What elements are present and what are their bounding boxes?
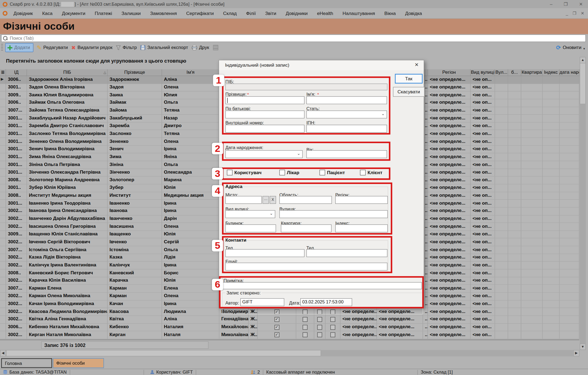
vertical-scrollbar[interactable]: ▲ ▼	[580, 57, 586, 350]
checkbox-unchecked-icon[interactable]	[330, 333, 335, 337]
menu-item-Документи[interactable]: Документи	[62, 11, 85, 16]
table-cell	[543, 177, 559, 184]
dialog-close-icon[interactable]: ✕	[413, 62, 421, 69]
table-cell: Задорожнюк	[108, 76, 162, 84]
add-button[interactable]: Додати	[5, 43, 33, 52]
add-button-label: Додати	[14, 45, 30, 50]
menu-item-Довідник[interactable]: Довідник	[14, 11, 33, 16]
checkbox-unchecked-icon[interactable]	[303, 325, 307, 330]
table-cell	[296, 324, 314, 331]
table-cell	[495, 76, 508, 84]
menu-item-Каса[interactable]: Каса	[42, 11, 53, 16]
scroll-left-icon[interactable]: ◀	[0, 350, 6, 356]
table-cell	[543, 76, 559, 84]
table-cell: <не определе...	[428, 223, 471, 231]
table-cell: Аліна	[162, 316, 220, 324]
table-cell: Івченко Сергій Вікторович	[27, 238, 108, 246]
column-header-pib[interactable]: ПІБ△	[27, 69, 108, 76]
checkbox-checked-icon[interactable]: ✓	[274, 317, 279, 322]
refresh-button[interactable]: ⟳ Оновити ▾	[556, 44, 588, 51]
table-cell	[559, 146, 579, 153]
checkbox-unchecked-icon[interactable]	[303, 317, 307, 322]
column-header-lastname[interactable]: Прізвище	[108, 69, 162, 76]
table-cell: Олександра	[162, 169, 220, 177]
ok-button[interactable]: Так	[395, 74, 423, 84]
maximize-button[interactable]: ❐	[564, 2, 568, 7]
table-cell: 3008..	[6, 192, 27, 200]
column-header-id[interactable]: ІД	[6, 69, 27, 76]
menu-item-eHealth[interactable]: eHealth	[317, 11, 333, 16]
scroll-down-icon[interactable]: ▼	[580, 344, 586, 350]
row-indicator	[0, 161, 6, 169]
table-row[interactable]: 3002...Квітка Аліна ГеннадіївнаКвіткаАлі…	[0, 316, 579, 324]
column-header-apartment[interactable]: Квартира	[521, 69, 543, 76]
checkbox-checked-icon[interactable]: ✓	[274, 333, 279, 337]
refresh-dropdown-icon[interactable]: ▾	[583, 47, 585, 51]
toolbar-grip[interactable]	[1, 44, 3, 51]
mdi-restore-button[interactable]: ❐	[572, 11, 576, 16]
table-cell: Заика Юлия Владимировна	[27, 91, 108, 99]
menu-item-Сертифікати[interactable]: Сертифікати	[186, 11, 214, 16]
checkbox-unchecked-icon[interactable]	[330, 317, 335, 322]
menu-item-Вікна[interactable]: Вікна	[384, 11, 396, 16]
scroll-up-icon[interactable]: ▲	[580, 57, 586, 63]
checkbox-unchecked-icon[interactable]	[303, 333, 307, 337]
checkbox-unchecked-icon[interactable]	[317, 325, 322, 330]
table-cell: 3002...	[6, 254, 27, 262]
export-button-label: Загальний експорт	[147, 45, 188, 50]
horizontal-scrollbar[interactable]: ◀ ▶	[0, 350, 579, 356]
horizontal-scroll-thumb[interactable]	[6, 350, 321, 356]
menu-item-Налаштування[interactable]: Налаштування	[343, 11, 375, 16]
delete-row-button[interactable]: ✖ Видалити рядок	[71, 45, 113, 51]
column-header-building[interactable]: б...	[508, 69, 521, 76]
filter-button[interactable]: Фільтр	[116, 45, 137, 50]
scroll-right-icon[interactable]: ▶	[573, 350, 579, 356]
table-cell: Дмитро	[162, 122, 220, 130]
menu-item-Довідники[interactable]: Довідники	[286, 11, 308, 16]
vertical-scroll-thumb[interactable]	[580, 63, 586, 104]
column-header-street[interactable]: Вул...	[495, 69, 508, 76]
table-cell: Наталя	[162, 331, 220, 339]
search-input[interactable]: Поиск (Tab)	[1, 35, 586, 42]
column-header-index[interactable]: Індекс	[543, 69, 559, 76]
menu-item-Склад[interactable]: Склад	[223, 11, 237, 16]
menu-item-Замовлення[interactable]: Замовлення	[150, 11, 177, 16]
cancel-button[interactable]: Скасувати	[393, 87, 425, 97]
table-cell: 3001...	[6, 122, 27, 130]
checkbox-unchecked-icon[interactable]	[317, 333, 322, 337]
column-header-region[interactable]: Регіон	[428, 69, 471, 76]
export-button[interactable]: Загальний експорт	[140, 45, 188, 50]
mdi-close-button[interactable]: ✕	[581, 11, 584, 16]
menu-item-Звіти[interactable]: Звіти	[265, 11, 276, 16]
table-cell	[495, 200, 508, 207]
menu-item-Платежі[interactable]: Платежі	[95, 11, 112, 16]
table-cell	[559, 223, 579, 231]
table-corner-menu-icon[interactable]: ≣	[0, 69, 6, 76]
checkbox-checked-icon[interactable]: ✓	[274, 325, 279, 330]
menu-item-Довідка[interactable]: Довідка	[405, 11, 422, 16]
checkbox-unchecked-icon[interactable]	[317, 317, 322, 322]
tab-individuals[interactable]: Фізичні особи	[53, 358, 104, 368]
table-cell: 3007...	[6, 246, 27, 254]
column-header-firstname[interactable]: Ім'я	[162, 69, 220, 76]
mdi-minimize-button[interactable]: _	[566, 11, 568, 16]
table-cell: ✓	[258, 324, 296, 331]
menu-item-Філії[interactable]: Філії	[246, 11, 256, 16]
table-cell: Зима Яніна Олександрівна	[27, 153, 108, 161]
table-row[interactable]: 3002...Кирган Наталя МиколаївнаКирганНат…	[0, 331, 579, 339]
table-row[interactable]: 3006...Кибенко Наталия МихайловнаКибенко…	[0, 324, 579, 331]
table-cell	[543, 316, 559, 324]
minimize-button[interactable]: –	[550, 2, 552, 7]
column-header-streettype[interactable]: Вид вулиці	[471, 69, 495, 76]
table-cell: Институт Медицины акция	[27, 192, 108, 200]
menu-item-Залишки[interactable]: Залишки	[121, 11, 141, 16]
row-indicator	[0, 115, 6, 122]
row-indicator	[0, 192, 6, 200]
edit-button[interactable]: ✎ Редагувати	[37, 44, 68, 51]
column-header-birthdate[interactable]: дата наро	[559, 69, 579, 76]
checkbox-unchecked-icon[interactable]	[330, 325, 335, 330]
close-button[interactable]: ✕	[579, 2, 583, 7]
tab-home[interactable]: Головна	[1, 358, 52, 368]
print-button[interactable]: Друк	[191, 45, 209, 50]
column-chooser-icon[interactable]	[213, 45, 218, 50]
